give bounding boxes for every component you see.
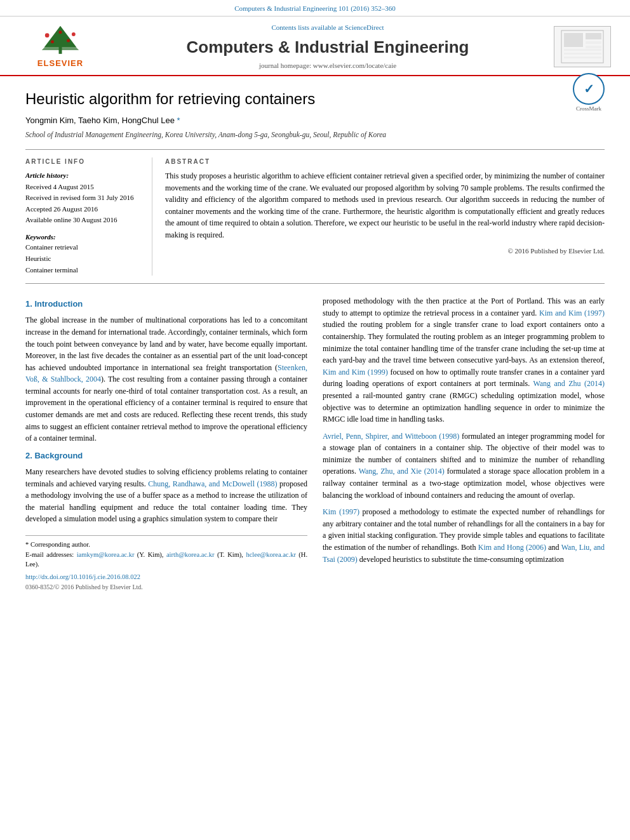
top-ref-bar: Computers & Industrial Engineering 101 (…: [0, 0, 630, 17]
article-title: Heuristic algorithm for retrieving conta…: [25, 89, 605, 109]
section1-para1: The global increase in the number of mul…: [25, 314, 307, 444]
ref-kim-hong[interactable]: Kim and Hong (2006): [478, 543, 546, 552]
elsevier-logo-area: ELSEVIER: [19, 25, 102, 69]
keywords-label: Keywords:: [25, 232, 142, 242]
keyword-3: Container terminal: [25, 265, 142, 276]
issn-line: 0360-8352/© 2016 Published by Elsevier L…: [25, 582, 307, 592]
ref-kim1997[interactable]: Kim and Kim (1997): [539, 309, 605, 317]
science-direct-link[interactable]: ScienceDirect: [345, 23, 384, 31]
journal-header: ELSEVIER Contents lists available at Sci…: [0, 17, 630, 76]
svg-rect-9: [564, 33, 583, 47]
article-info-row: ARTICLE INFO Article history: Received 4…: [25, 157, 605, 276]
section2-para1: Many researchers have devoted studies to…: [25, 466, 307, 525]
ref-chung[interactable]: Chung, Randhawa, and McDowell (1988): [148, 479, 277, 488]
ref-avriel[interactable]: Avriel, Penn, Shpirer, and Witteboon (19…: [323, 432, 459, 441]
crossmark-badge: ✓: [573, 73, 605, 105]
svg-rect-12: [586, 46, 601, 48]
article-history: Article history: Received 4 August 2015 …: [25, 170, 142, 226]
history-label: Article history:: [25, 170, 142, 182]
email3-link[interactable]: hclee@korea.ac.kr: [246, 551, 295, 558]
ref-wang-zhu-xie[interactable]: Wang, Zhu, and Xie (2014): [359, 467, 445, 476]
journal-homepage: journal homepage: www.elsevier.com/locat…: [102, 61, 554, 70]
right-para2: Avriel, Penn, Shpirer, and Witteboon (19…: [323, 430, 605, 502]
svg-rect-10: [586, 33, 601, 39]
email2-name: (T. Kim),: [217, 551, 243, 558]
right-para3: Kim (1997) proposed a methodology to est…: [323, 506, 605, 565]
divider-2: [25, 283, 605, 284]
main-content: ✓ CrossMark Heuristic algorithm for retr…: [0, 76, 630, 604]
email2-link[interactable]: airth@korea.ac.kr: [166, 551, 215, 558]
journal-header-center: Contents lists available at ScienceDirec…: [102, 23, 554, 70]
abstract-copyright: © 2016 Published by Elsevier Ltd.: [165, 246, 605, 256]
journal-title: Computers & Industrial Engineering: [102, 36, 554, 58]
ref-steenken[interactable]: Steenken, Voß, & Stahlbock, 2004: [25, 363, 307, 384]
svg-rect-13: [564, 49, 601, 51]
history-accepted: Accepted 26 August 2016: [25, 204, 142, 215]
email1-link[interactable]: iamkym@korea.ac.kr: [77, 551, 135, 558]
elsevier-wordmark: ELSEVIER: [37, 58, 83, 69]
keyword-1: Container retrieval: [25, 242, 142, 253]
svg-point-5: [51, 40, 54, 43]
svg-point-6: [67, 39, 70, 42]
svg-rect-14: [564, 53, 601, 55]
right-logo-area: [554, 26, 611, 67]
right-logo-icon: [560, 29, 605, 64]
abstract-header: ABSTRACT: [165, 157, 605, 166]
divider-1: [25, 149, 605, 150]
body-col-right: proposed methodology with the then pract…: [323, 295, 605, 592]
body-columns: 1. Introduction The global increase in t…: [25, 295, 605, 592]
article-authors: Yongmin Kim, Taeho Kim, HongChul Lee *: [25, 115, 605, 126]
corresponding-marker: *: [177, 116, 180, 125]
footnote-emails: E-mail addresses: iamkym@korea.ac.kr (Y.…: [25, 550, 307, 570]
science-direct-line: Contents lists available at ScienceDirec…: [102, 23, 554, 32]
ref-wan-liu-tsai[interactable]: Wan, Liu, and Tsai (2009): [323, 543, 605, 564]
svg-rect-11: [586, 41, 601, 44]
history-received: Received 4 August 2015: [25, 182, 142, 193]
article-info-col: ARTICLE INFO Article history: Received 4…: [25, 157, 152, 276]
footnote-corresponding: * Corresponding author.: [25, 540, 307, 550]
article-affiliation: School of Industrial Management Engineer…: [25, 130, 605, 140]
doi-link[interactable]: http://dx.doi.org/10.1016/j.cie.2016.08.…: [25, 572, 307, 582]
keyword-2: Heuristic: [25, 253, 142, 265]
right-para1: proposed methodology with the then pract…: [323, 295, 605, 425]
section2-title: 2. Background: [25, 450, 307, 462]
history-revised: Received in revised form 31 July 2016: [25, 192, 142, 204]
crossmark-area: ✓ CrossMark: [573, 92, 605, 113]
keywords-section: Keywords: Container retrieval Heuristic …: [25, 232, 142, 276]
author-yongmin: Yongmin Kim, Taeho Kim, HongChul Lee: [25, 116, 177, 125]
svg-point-4: [72, 32, 76, 36]
elsevier-tree-icon: [32, 25, 89, 57]
svg-point-3: [45, 33, 50, 37]
footnote-area: * Corresponding author. E-mail addresses…: [25, 535, 307, 592]
email1-name: (Y. Kim),: [137, 551, 164, 558]
history-available: Available online 30 August 2016: [25, 215, 142, 226]
section1-title: 1. Introduction: [25, 298, 307, 310]
crossmark-icon: ✓: [584, 80, 594, 98]
svg-point-7: [59, 30, 62, 34]
body-col-left: 1. Introduction The global increase in t…: [25, 295, 307, 592]
article-info-header: ARTICLE INFO: [25, 157, 142, 166]
ref-kim1997b[interactable]: Kim (1997): [323, 507, 359, 516]
ref-kim1999[interactable]: Kim and Kim (1999): [323, 368, 388, 377]
journal-ref-text: Computers & Industrial Engineering 101 (…: [234, 4, 396, 12]
email-label: E-mail addresses:: [25, 551, 74, 558]
abstract-text: This study proposes a heuristic algorith…: [165, 170, 605, 241]
ref-wang2014[interactable]: Wang and Zhu (2014): [533, 379, 605, 388]
abstract-col: ABSTRACT This study proposes a heuristic…: [165, 157, 605, 276]
doi-text: http://dx.doi.org/10.1016/j.cie.2016.08.…: [25, 573, 140, 580]
svg-rect-15: [564, 57, 601, 58]
page: Computers & Industrial Engineering 101 (…: [0, 0, 630, 840]
